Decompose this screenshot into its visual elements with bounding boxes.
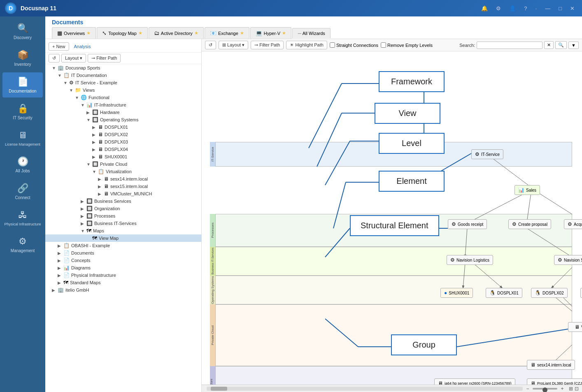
node-navision-sales[interactable]: ⚙ Navision Sales	[554, 255, 582, 265]
user-icon[interactable]: 👤	[507, 5, 518, 12]
tree-node-physical-infra[interactable]: ▶ 📄 Physical Infrastructure	[45, 271, 201, 279]
node-navision-logistics[interactable]: ⚙ Navision Logistics	[447, 255, 493, 265]
tree-node-it-service[interactable]: ▼ ⚙ IT Service - Example	[45, 79, 201, 86]
tab-hyper-v[interactable]: 💻 Hyper-V ★	[250, 27, 291, 39]
tree-node-sesx14[interactable]: ▶ 🖥 sesx14.intern.local	[45, 175, 201, 183]
refresh-diagram-btn[interactable]: ↺	[205, 41, 216, 49]
tree-node-virtualization[interactable]: ▼ 📋 Virtualization	[45, 168, 201, 175]
search-input[interactable]	[477, 42, 542, 49]
close-icon[interactable]: ✕	[568, 5, 577, 12]
node-hp-server[interactable]: 🖥 ia64 hp server rx2600 (SRN-123456789)	[434, 378, 515, 385]
h-scrollbar[interactable]	[207, 387, 523, 391]
sidebar-item-management[interactable]: ⚙ Management	[2, 232, 43, 257]
tree-node-shux0001[interactable]: ▶ 🖥 SHUX0001	[45, 153, 201, 160]
node-sesx14-diag[interactable]: 🖥 sesx14.intern.local	[527, 360, 575, 370]
topology-star[interactable]: ★	[138, 30, 142, 36]
lane-hardware	[210, 366, 572, 385]
node-dosplx03-diag[interactable]: 🐧 DOSPLX03	[580, 288, 582, 298]
tree-node-maps[interactable]: ▼ 🗺 Maps	[45, 227, 201, 234]
zoom-slider[interactable]	[533, 388, 557, 390]
tree-node-documents[interactable]: ▶ 📄 Documents	[45, 249, 201, 257]
notification-icon[interactable]: 🔔	[479, 5, 490, 12]
minimize-icon[interactable]: —	[542, 5, 553, 12]
help-icon[interactable]: ?	[521, 5, 529, 12]
filter-path-button[interactable]: ⊸ Filter Path	[88, 54, 121, 63]
node-dosplx01-diag[interactable]: 🐧 DOSPLX01	[486, 288, 522, 298]
search-filter-btn[interactable]: ▼	[568, 42, 579, 49]
tab-all-wizards[interactable]: ··· All Wizards	[292, 28, 331, 38]
tree-node-os[interactable]: ▼ 🔲 Operating Systems	[45, 116, 201, 123]
tree-node-business-services[interactable]: ▶ 🔲 Business Services	[45, 197, 201, 205]
zoom-out-btn[interactable]: −	[524, 386, 531, 392]
sidebar-item-connect[interactable]: 🔗 Connect	[2, 179, 43, 204]
highlight-path-btn[interactable]: ☀ Highlight Path	[286, 41, 327, 49]
search-clear-btn[interactable]: ✕	[544, 41, 554, 49]
sidebar-item-it-security[interactable]: 🔒 IT Security	[2, 99, 43, 124]
tree-node-sesx15[interactable]: ▶ 🖥 sesx15.intern.local	[45, 183, 201, 190]
sidebar-item-all-jobs[interactable]: 🕐 All Jobs	[2, 152, 43, 177]
tree-node-vmcluster[interactable]: ▶ 🖥 VMCluster_MUNICH	[45, 190, 201, 197]
tree-node-views[interactable]: ▼ 📁 Views	[45, 86, 201, 94]
straight-connections-input[interactable]	[330, 42, 335, 48]
overviews-star[interactable]: ★	[86, 30, 91, 36]
layout-diagram-btn[interactable]: ⊞ Layout ▾	[219, 41, 248, 49]
tree-node-dosplx02[interactable]: ▶ 🖥 DOSPLX02	[45, 131, 201, 138]
sidebar-item-physical[interactable]: 🖧 Physical Infrastructure	[2, 206, 43, 230]
refresh-button[interactable]: ↺	[49, 54, 60, 63]
analysis-link[interactable]: Analysis	[74, 44, 91, 49]
tree-node-dosplx01[interactable]: ▶ 🖥 DOSPLX01	[45, 123, 201, 131]
exchange-star[interactable]: ★	[240, 30, 244, 36]
diagram-area[interactable]: IT-Service Processes Business IT-Service…	[202, 51, 582, 385]
sidebar-item-discovery[interactable]: 🔍 Discovery	[2, 19, 43, 44]
remove-empty-input[interactable]	[381, 42, 386, 48]
tree-node-dosplx04[interactable]: ▶ 🖥 DOSPLX04	[45, 146, 201, 153]
ad-star[interactable]: ★	[194, 30, 198, 36]
sidebar-item-inventory[interactable]: 📦 Inventory	[2, 46, 43, 71]
tree-node-docusnap-sports[interactable]: ▼ 🏢 Docusnap Sports	[45, 64, 201, 72]
tree-node-functional[interactable]: ▼ 🌐 Functional	[45, 94, 201, 101]
tab-active-directory[interactable]: 🗂 Active Directory ★	[149, 27, 204, 39]
fit-page-btn[interactable]: ⊞	[569, 386, 573, 392]
tree-node-hardware[interactable]: ▶ 🔲 Hardware	[45, 109, 201, 116]
maximize-icon[interactable]: □	[556, 5, 564, 12]
tree-node-processes[interactable]: ▶ 🔲 Processes	[45, 212, 201, 220]
zoom-in-btn[interactable]: +	[559, 386, 566, 392]
search-go-btn[interactable]: 🔍	[555, 41, 567, 49]
tree-node-organization[interactable]: ▶ 🔲 Organization	[45, 205, 201, 212]
node-vmcluster-diag[interactable]: 🖥 VMCluster_MUNICH	[568, 322, 582, 332]
tree-node-dosplx03[interactable]: ▶ 🖥 DOSPLX03	[45, 138, 201, 146]
node-it-service[interactable]: ⚙ IT-Service	[471, 149, 503, 159]
tree-node-view-map[interactable]: 🗺 View Map	[45, 234, 201, 242]
tab-overviews[interactable]: ▦ Overviews ★	[52, 27, 96, 39]
layout-button[interactable]: Layout ▾	[61, 54, 86, 63]
settings-icon[interactable]: ⚙	[494, 5, 503, 12]
tree-node-diagrams[interactable]: ▶ 📊 Diagrams	[45, 264, 201, 271]
node-goods-receipt[interactable]: ⚙ Goods receipt	[448, 219, 487, 229]
actual-size-btn[interactable]: ⊡	[575, 386, 579, 392]
node-dosplx02-diag[interactable]: 🐧 DOSPLX02	[531, 288, 568, 298]
tree-node-concepts[interactable]: ▶ 📄 Concepts	[45, 257, 201, 264]
tree-node-standard-maps[interactable]: ▶ 🗺 Standard Maps	[45, 279, 201, 286]
tree-node-private-cloud[interactable]: ▼ 🔲 Private Cloud	[45, 160, 201, 168]
hyperv-star[interactable]: ★	[282, 30, 286, 36]
tree-node-it-infra[interactable]: ▼ 📊 IT-Infrastructure	[45, 101, 201, 109]
sidebar-item-license[interactable]: 🖥 License Management	[2, 126, 43, 151]
node-shux0001[interactable]: ● SHUX0001	[440, 288, 473, 298]
new-button[interactable]: + New	[49, 42, 69, 51]
tree-node-it-documentation[interactable]: ▼ 📋 IT Documentation	[45, 72, 201, 79]
node-acquire-customers[interactable]: ⚙ Acquire new customers	[564, 219, 582, 229]
tree-node-business-it-services[interactable]: ▶ 🔲 Business IT-Services	[45, 220, 201, 227]
arrow-concepts: ▶	[58, 258, 63, 263]
remove-empty-check[interactable]: Remove Empty Levels	[381, 42, 433, 48]
sidebar-item-documentation[interactable]: 📄 Documentation	[2, 72, 43, 97]
node-create-proposal[interactable]: ⚙ Create proposal	[508, 219, 551, 229]
filter-path-diagram-btn[interactable]: ⊸ Filter Path	[251, 41, 284, 49]
tree-node-itelio[interactable]: ▶ 🏢 itelio GmbH	[45, 286, 201, 294]
tab-exchange[interactable]: 📧 Exchange ★	[205, 27, 249, 39]
tree-node-obashi[interactable]: ▶ 📋 OBASHI - Example	[45, 242, 201, 249]
node-sales[interactable]: 📊 Sales	[514, 185, 540, 195]
straight-connections-check[interactable]: Straight Connections	[330, 42, 378, 48]
label-it-doc: IT Documentation	[71, 73, 107, 78]
node-proliant1[interactable]: 🖥 ProLiant DL380 Gen9 (CZJ6453L18)	[527, 378, 582, 385]
tab-topology[interactable]: ⤡ Topology Map ★	[97, 27, 148, 39]
